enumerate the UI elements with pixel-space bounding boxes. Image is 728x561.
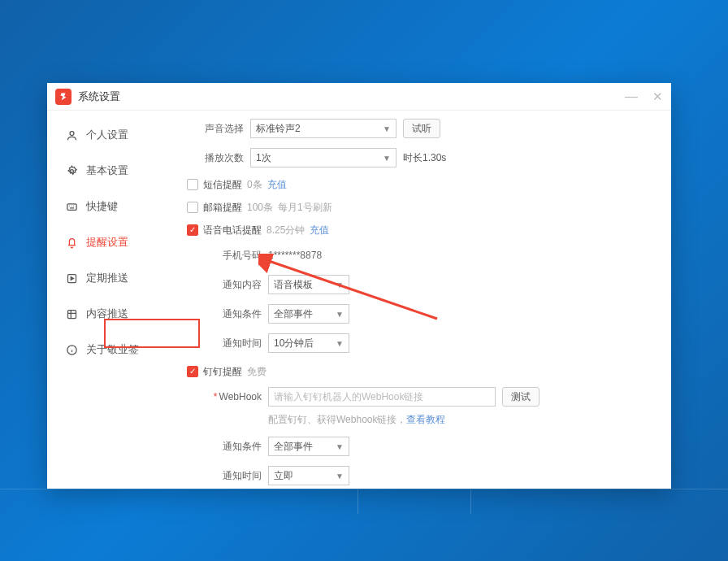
sidebar-item-label: 关于敬业签 [86, 342, 139, 357]
repeat-select[interactable]: 1次▼ [250, 148, 396, 167]
test-button[interactable]: 测试 [502, 387, 540, 407]
webhook-input[interactable] [268, 387, 496, 407]
sidebar-item-label: 个人设置 [86, 128, 128, 142]
duration-text: 时长1.30s [403, 151, 446, 165]
sms-recharge-link[interactable]: 充值 [267, 178, 287, 192]
sidebar-item-label: 提醒设置 [86, 235, 128, 250]
ding-condition-label: 通知条件 [205, 440, 262, 454]
keyboard-icon [65, 200, 78, 213]
close-button[interactable]: ✕ [652, 90, 663, 103]
sidebar-item-label: 基本设置 [86, 163, 128, 178]
settings-dialog: 系统设置 — ✕ 个人设置 基本设置 快捷键 提醒设置 [47, 83, 671, 489]
person-icon [65, 128, 78, 141]
sidebar-item-shortcuts[interactable]: 快捷键 [47, 189, 187, 224]
chevron-down-icon: ▼ [336, 442, 344, 451]
voice-checkbox[interactable] [187, 224, 198, 236]
ding-time-select[interactable]: 立即▼ [268, 466, 349, 485]
svg-rect-4 [67, 310, 76, 318]
webhook-label: *WebHook [205, 391, 262, 402]
webhook-help: 配置钉钉、获得Webhook链接，查看教程 [205, 413, 655, 427]
email-checkbox[interactable] [187, 202, 198, 213]
preview-button[interactable]: 试听 [403, 119, 440, 138]
sms-checkbox[interactable] [187, 179, 198, 190]
condition-label: 通知条件 [205, 307, 262, 321]
window-title: 系统设置 [78, 89, 120, 104]
grid-icon [65, 307, 78, 320]
sidebar-item-label: 快捷键 [86, 199, 118, 214]
sms-label: 短信提醒 [203, 178, 242, 192]
info-icon [65, 343, 78, 356]
chevron-down-icon: ▼ [383, 154, 391, 163]
dingding-checkbox[interactable] [187, 366, 198, 377]
chevron-down-icon: ▼ [336, 339, 344, 348]
sound-label: 声音选择 [187, 122, 244, 136]
email-label: 邮箱提醒 [203, 201, 242, 215]
phone-value: 1*******8878 [268, 250, 322, 261]
voice-minutes: 8.25分钟 [266, 224, 305, 237]
svg-point-0 [70, 131, 74, 135]
sidebar-item-label: 内容推送 [86, 307, 128, 321]
content-select[interactable]: 语音模板▼ [268, 275, 349, 294]
voice-recharge-link[interactable]: 充值 [310, 224, 329, 237]
dingding-label: 钉钉提醒 [203, 365, 242, 379]
voice-label: 语音电话提醒 [203, 224, 262, 237]
chevron-down-icon: ▼ [336, 280, 344, 289]
sidebar-item-personal[interactable]: 个人设置 [47, 117, 187, 153]
sound-select[interactable]: 标准铃声2▼ [250, 119, 396, 138]
email-refresh: 每月1号刷新 [278, 201, 332, 215]
phone-label: 手机号码 [205, 249, 262, 263]
ding-condition-select[interactable]: 全部事件▼ [268, 437, 349, 456]
sidebar-item-basic[interactable]: 基本设置 [47, 153, 187, 189]
bell-icon [65, 236, 78, 249]
svg-rect-2 [67, 203, 76, 210]
play-icon [65, 272, 78, 285]
chevron-down-icon: ▼ [336, 310, 344, 319]
time-label: 通知时间 [205, 337, 262, 350]
dingding-free: 免费 [247, 365, 266, 379]
email-count: 100条 [247, 201, 273, 215]
app-logo-icon [55, 89, 72, 105]
content-label: 通知内容 [205, 278, 262, 292]
sidebar-item-content[interactable]: 内容推送 [47, 296, 187, 332]
sidebar: 个人设置 基本设置 快捷键 提醒设置 定期推送 内容推送 [47, 111, 187, 489]
gear-icon [65, 164, 78, 177]
sidebar-item-label: 定期推送 [86, 271, 128, 285]
time-select[interactable]: 10分钟后▼ [268, 333, 349, 353]
chevron-down-icon: ▼ [383, 124, 391, 133]
titlebar: 系统设置 — ✕ [47, 83, 671, 111]
sms-count: 0条 [247, 178, 262, 192]
condition-select[interactable]: 全部事件▼ [268, 304, 349, 324]
repeat-label: 播放次数 [187, 151, 244, 165]
sidebar-item-scheduled[interactable]: 定期推送 [47, 260, 187, 296]
tutorial-link[interactable]: 查看教程 [406, 414, 445, 425]
content-panel[interactable]: 声音选择 标准铃声2▼ 试听 播放次数 1次▼ 时长1.30s 短信提醒 0条 … [187, 111, 671, 489]
sidebar-item-reminder[interactable]: 提醒设置 [47, 224, 187, 260]
ding-time-label: 通知时间 [205, 469, 262, 483]
sidebar-item-about[interactable]: 关于敬业签 [47, 332, 187, 367]
chevron-down-icon: ▼ [336, 472, 344, 481]
minimize-button[interactable]: — [625, 90, 638, 103]
